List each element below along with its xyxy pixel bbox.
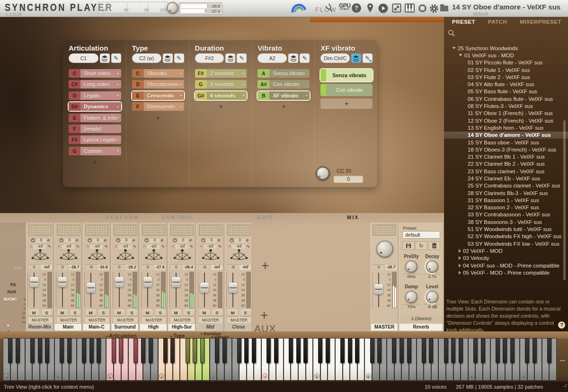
phase-icon[interactable]: ⌀ [76, 238, 78, 242]
power-icon[interactable] [88, 238, 92, 242]
black-key[interactable] [451, 338, 455, 363]
pan-control[interactable] [59, 249, 78, 261]
channel-vol-value[interactable]: -6 [199, 264, 210, 270]
keyswitch-slot[interactable]: D#Dynamics▸ [69, 102, 121, 111]
channel-fader[interactable]: 1201224364860 [27, 272, 54, 308]
aux-rail-label[interactable]: AUX [7, 289, 16, 294]
power-icon[interactable] [59, 238, 63, 242]
channel-fader[interactable]: 1201224364860 [197, 272, 224, 308]
black-key[interactable] [170, 338, 175, 363]
rail-minus[interactable]: - [4, 323, 5, 328]
keyswitch-slot[interactable]: G3 seconds▸ [195, 80, 247, 89]
tree-item[interactable]: 08 SY Flutes-3 - VelXF sus [444, 102, 568, 109]
tree-item[interactable]: 04 SY Alto flute - VelXF sus [444, 80, 568, 88]
trim-value[interactable]: 0 [93, 238, 103, 243]
sidebar-tab-mixerpreset[interactable]: MIXERPRESET [520, 19, 561, 25]
black-key[interactable] [45, 338, 49, 363]
sidebar-scrollbar[interactable] [563, 120, 566, 280]
wave-icon[interactable]: ∿ [104, 244, 108, 249]
solo-button[interactable]: S [98, 310, 109, 316]
add-slot-button[interactable]: + [320, 98, 373, 109]
layers-icon[interactable] [288, 53, 298, 63]
black-key[interactable] [355, 338, 359, 363]
tree-item[interactable]: 01 SY Piccolo flute - VelXF sus [444, 59, 568, 66]
trim-value[interactable]: 0 [64, 238, 75, 243]
edit-pencil-icon[interactable]: ✎ [237, 53, 247, 63]
reverb-channel-mode[interactable]: 1 (Stereo) [401, 315, 441, 321]
trim-value[interactable]: 0 [178, 238, 188, 243]
tree-item[interactable]: 02 SY Flute 1 - VelXF sus [444, 66, 568, 73]
fader-thumb[interactable] [374, 284, 383, 294]
fader-thumb[interactable] [87, 283, 95, 293]
tree-item[interactable]: 21 SY Clarinet Bb 1 - VelXF sus [444, 153, 568, 160]
trim-value[interactable]: 0 [121, 238, 132, 243]
tree-item[interactable]: 11 SY Oboe 1 (French) - VelXF sus [444, 110, 568, 117]
solo-button[interactable]: S [42, 310, 52, 316]
channel-output[interactable]: MASTER [57, 317, 80, 323]
keyswitch-slot[interactable]: FDiminuendo▸ [132, 102, 184, 111]
solo-button[interactable]: S [240, 310, 251, 316]
cut-value[interactable]: -inf [33, 244, 46, 249]
phase-icon[interactable]: ⌀ [47, 238, 50, 242]
edit-pencil-icon[interactable]: ✎ [174, 53, 184, 63]
keyswitch-slot[interactable]: GCustom▸ [69, 147, 121, 155]
channel-fader[interactable]: 1201224364860 [112, 272, 139, 308]
black-key[interactable] [60, 338, 64, 363]
channel-output[interactable]: MASTER [28, 317, 52, 323]
black-key[interactable] [348, 338, 352, 363]
keyswitch-slot[interactable]: BXF vibrato▸ [257, 91, 310, 100]
mute-button[interactable]: M [57, 310, 68, 316]
cut-value[interactable]: -inf [62, 244, 75, 249]
black-key[interactable] [97, 338, 101, 363]
add-slot-button[interactable]: + [195, 102, 247, 111]
tree-item[interactable]: 05 VelXF - MOD - Prime compatible [444, 269, 568, 276]
pan-control[interactable] [230, 249, 248, 261]
phase-icon[interactable]: ⌀ [104, 238, 106, 242]
collapse-arrow-icon[interactable] [452, 47, 456, 49]
headphone-icon[interactable]: ∩ [171, 244, 175, 249]
solo-button[interactable]: S [212, 310, 222, 316]
channel-vol-value[interactable]: -6 [85, 264, 97, 270]
mute-button[interactable]: M [199, 310, 210, 316]
edit-pencil-icon[interactable]: ✎ [300, 53, 310, 63]
resize-grip[interactable] [564, 386, 565, 387]
master-fader[interactable]: 1201224364860 [371, 272, 399, 308]
keyswitch-slot[interactable]: ASenza vibrato [257, 69, 310, 78]
black-key[interactable] [82, 338, 86, 363]
black-key[interactable] [496, 338, 500, 363]
pan-control[interactable] [116, 249, 135, 261]
black-key[interactable] [289, 338, 293, 363]
channel-name[interactable]: High [140, 324, 167, 330]
channel-name[interactable]: Main-C [83, 324, 110, 330]
black-key[interactable] [38, 338, 42, 363]
edit-add-button[interactable]: + [261, 258, 269, 273]
add-slot-button[interactable]: + [257, 102, 310, 111]
piano-keyboard[interactable]: -10123456789 [3, 338, 557, 381]
mute-button[interactable]: M [86, 310, 96, 316]
phase-icon[interactable]: ⌀ [189, 238, 192, 242]
phase-icon[interactable]: ⌀ [133, 238, 135, 242]
tree-item[interactable]: 25 Synchron Woodwinds [444, 45, 568, 52]
channel-fader[interactable]: 1201224364860 [55, 272, 82, 308]
black-key[interactable] [407, 338, 411, 363]
cc-knob[interactable] [316, 166, 330, 180]
headphone-icon[interactable]: ∩ [29, 244, 33, 249]
layers-icon[interactable] [225, 53, 235, 63]
knob-control[interactable] [405, 291, 417, 303]
power-icon[interactable] [31, 238, 35, 242]
wave-icon[interactable]: ∿ [161, 244, 165, 249]
headphone-icon[interactable]: ∩ [228, 244, 231, 249]
knob-control[interactable] [426, 260, 438, 273]
tree-item[interactable]: 03 Velocity [444, 255, 568, 262]
tree-item[interactable]: 51 SY Woodwinds tutti - VelXF sus [444, 225, 568, 232]
solo-button[interactable]: S [155, 310, 166, 316]
trim-value[interactable]: 0 [150, 238, 160, 243]
loaded-preset-title[interactable]: 14 SY Oboe d'amore - VelXF sus [452, 3, 566, 11]
trim-value[interactable]: 0 [235, 238, 245, 243]
fader-thumb[interactable] [30, 277, 38, 287]
black-key[interactable] [547, 338, 551, 363]
xf-slot[interactable]: Senza vibrato [320, 69, 373, 81]
xf-slot[interactable]: Con vibrato [320, 84, 373, 96]
channel-vol-value[interactable]: -6 [227, 264, 239, 270]
black-key[interactable] [89, 338, 94, 363]
